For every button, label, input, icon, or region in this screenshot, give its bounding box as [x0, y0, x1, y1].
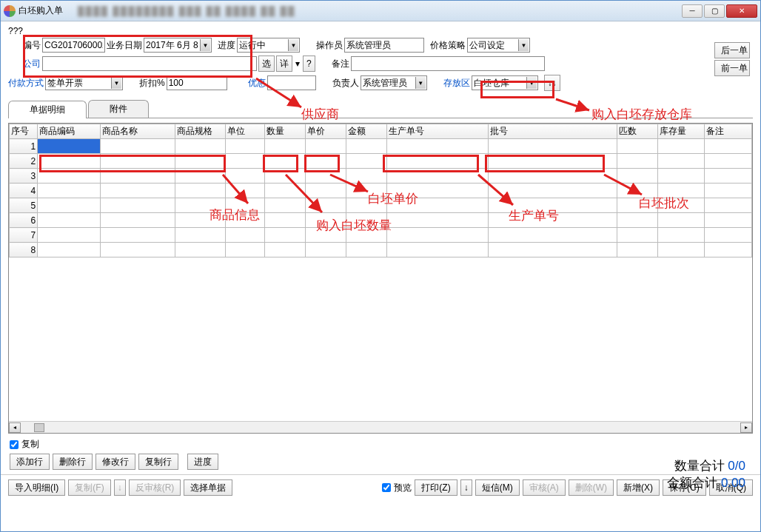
grid-cell[interactable]	[346, 228, 386, 243]
tab-attach[interactable]: 附件	[88, 100, 149, 118]
grid-cell[interactable]	[225, 213, 264, 228]
grid-cell[interactable]	[305, 139, 346, 154]
grid-cell[interactable]	[305, 183, 346, 198]
del-row-button[interactable]: 删除行	[53, 454, 93, 470]
col-header[interactable]: 备注	[705, 124, 752, 139]
col-header[interactable]: 单价	[305, 124, 346, 139]
grid-cell[interactable]	[175, 183, 226, 198]
grid-cell[interactable]	[489, 139, 617, 154]
col-header[interactable]: 金额	[346, 124, 386, 139]
grid-cell[interactable]	[346, 183, 386, 198]
grid-cell[interactable]	[386, 139, 489, 154]
select-button[interactable]: 选	[258, 55, 275, 72]
prev-doc-button[interactable]: 前一单	[714, 60, 750, 76]
col-header[interactable]: 批号	[489, 124, 617, 139]
remark-input[interactable]	[351, 56, 545, 71]
grid-cell[interactable]	[386, 169, 489, 183]
grid-cell[interactable]	[264, 139, 305, 154]
grid-cell[interactable]	[305, 213, 346, 228]
help-button[interactable]: ?	[303, 55, 315, 72]
close-button[interactable]: ✕	[726, 4, 757, 18]
code-input[interactable]	[42, 38, 105, 53]
grid-cell[interactable]	[386, 154, 489, 169]
unaudit-button[interactable]: 反审核(R)	[129, 479, 181, 496]
grid-cell[interactable]	[346, 243, 386, 257]
grid-cell[interactable]	[617, 183, 657, 198]
col-header[interactable]: 库存量	[657, 124, 704, 139]
grid-cell[interactable]	[617, 154, 657, 169]
grid-cell[interactable]	[705, 169, 752, 183]
copy-row-button[interactable]: 复制行	[138, 454, 178, 470]
col-header[interactable]: 商品名称	[100, 124, 175, 139]
grid-cell[interactable]	[386, 213, 489, 228]
copy-drop-button[interactable]: ↓	[114, 479, 126, 496]
grid-cell[interactable]	[386, 183, 489, 198]
col-header[interactable]: 序号	[10, 124, 38, 139]
grid-cell[interactable]	[225, 183, 264, 198]
detail-button[interactable]: 详	[276, 55, 292, 72]
import-button[interactable]: 导入明细(I)	[8, 479, 65, 496]
grid-cell[interactable]	[100, 213, 175, 228]
operator-input[interactable]	[344, 38, 424, 53]
grid-cell[interactable]	[100, 198, 175, 213]
grid-cell[interactable]	[346, 169, 386, 183]
data-grid[interactable]: 序号商品编码商品名称商品规格单位数量单价金额生产单号批号匹数库存量备注12345…	[9, 124, 752, 257]
sms-button[interactable]: 短信(M)	[475, 479, 520, 496]
grid-cell[interactable]	[705, 228, 752, 243]
grid-cell[interactable]	[100, 228, 175, 243]
grid-cell[interactable]	[489, 198, 617, 213]
grid-cell[interactable]	[657, 154, 704, 169]
discount-input[interactable]	[167, 75, 227, 90]
grid-cell[interactable]	[264, 228, 305, 243]
scroll-thumb[interactable]	[34, 423, 44, 432]
grid-cell[interactable]	[705, 198, 752, 213]
grid-cell[interactable]	[617, 198, 657, 213]
grid-cell[interactable]	[264, 213, 305, 228]
col-header[interactable]: 生产单号	[386, 124, 489, 139]
grid-cell[interactable]	[657, 243, 704, 257]
grid-cell[interactable]	[305, 169, 346, 183]
grid-cell[interactable]	[264, 154, 305, 169]
grid-cell[interactable]	[705, 139, 752, 154]
grid-cell[interactable]	[305, 154, 346, 169]
grid-cell[interactable]	[264, 169, 305, 183]
grid-cell[interactable]	[305, 228, 346, 243]
grid-cell[interactable]	[657, 228, 704, 243]
grid-cell[interactable]	[38, 198, 101, 213]
grid-cell[interactable]	[38, 213, 101, 228]
payment-combo[interactable]: 签单开票▼	[45, 75, 123, 90]
grid-cell[interactable]	[705, 183, 752, 198]
progress-button[interactable]: 进度	[187, 454, 218, 470]
grid-cell[interactable]	[175, 139, 226, 154]
grid-cell[interactable]	[657, 169, 704, 183]
tab-detail[interactable]: 单据明细	[8, 101, 87, 118]
grid-cell[interactable]	[617, 243, 657, 257]
grid-cell[interactable]	[175, 198, 226, 213]
grid-cell[interactable]	[657, 213, 704, 228]
col-header[interactable]: 匹数	[617, 124, 657, 139]
grid-cell[interactable]	[225, 198, 264, 213]
scroll-right-icon[interactable]: ▸	[740, 422, 752, 433]
grid-cell[interactable]	[38, 154, 101, 169]
grid-cell[interactable]	[38, 169, 101, 183]
grid-cell[interactable]	[346, 198, 386, 213]
delete-button[interactable]: 删除(W)	[569, 479, 614, 496]
grid-cell[interactable]	[264, 198, 305, 213]
grid-cell[interactable]	[38, 183, 101, 198]
owner-combo[interactable]: 系统管理员▼	[361, 75, 427, 90]
benefit-input[interactable]	[267, 75, 316, 90]
print-button[interactable]: 打印(Z)	[415, 479, 457, 496]
grid-cell[interactable]	[489, 183, 617, 198]
grid-cell[interactable]	[305, 198, 346, 213]
add-row-button[interactable]: 添加行	[10, 454, 50, 470]
print-drop-button[interactable]: ↓	[460, 479, 472, 496]
date-combo[interactable]: 2017年 6月 8▼	[144, 38, 212, 53]
col-header[interactable]: 单位	[225, 124, 264, 139]
grid-cell[interactable]	[657, 198, 704, 213]
grid-cell[interactable]	[38, 228, 101, 243]
grid-cell[interactable]	[100, 169, 175, 183]
col-header[interactable]: 商品编码	[38, 124, 101, 139]
grid-cell[interactable]	[100, 183, 175, 198]
grid-cell[interactable]	[489, 213, 617, 228]
grid-cell[interactable]	[264, 183, 305, 198]
